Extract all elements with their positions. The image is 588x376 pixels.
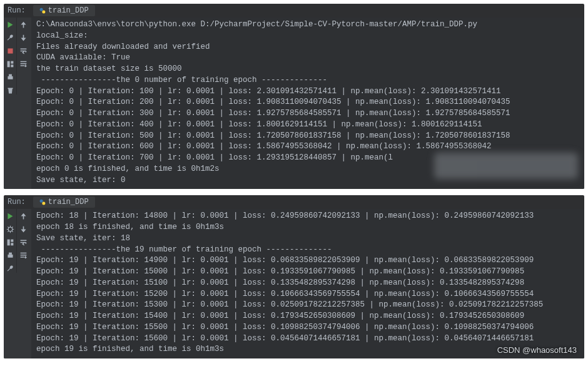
svg-marker-11 xyxy=(8,213,13,219)
scroll-end-icon[interactable] xyxy=(19,251,28,260)
run-tab[interactable]: train_DDP xyxy=(33,196,95,208)
run-label: Run: xyxy=(4,198,29,206)
soft-wrap-icon[interactable] xyxy=(19,46,28,55)
console-output[interactable]: Epoch: 18 | Iteration: 14800 | lr: 0.000… xyxy=(31,209,584,358)
run-panel-2: Run: train_DDP xyxy=(4,195,584,358)
up-arrow-icon[interactable] xyxy=(19,211,28,220)
svg-point-0 xyxy=(39,8,43,11)
svg-rect-3 xyxy=(8,48,13,53)
down-arrow-icon[interactable] xyxy=(19,225,28,233)
python-icon xyxy=(39,199,46,205)
printer-icon[interactable] xyxy=(6,251,14,260)
svg-point-12 xyxy=(8,227,13,231)
up-arrow-icon[interactable] xyxy=(19,20,28,29)
svg-rect-17 xyxy=(9,252,12,254)
svg-rect-4 xyxy=(7,61,9,67)
svg-point-1 xyxy=(42,10,45,13)
trash-icon[interactable] xyxy=(6,86,14,94)
debug-icon[interactable] xyxy=(6,225,14,233)
svg-rect-6 xyxy=(11,64,13,67)
soft-wrap-icon[interactable] xyxy=(19,238,28,246)
run-gutter xyxy=(4,18,31,189)
svg-marker-2 xyxy=(8,21,13,28)
blurred-region xyxy=(434,153,578,179)
svg-rect-14 xyxy=(11,239,13,241)
wrench-icon[interactable] xyxy=(6,264,14,273)
svg-rect-8 xyxy=(9,74,12,76)
watermark: CSDN @whaosoft143 xyxy=(497,345,577,355)
stop-icon[interactable] xyxy=(6,46,14,55)
run-label: Run: xyxy=(4,6,29,15)
wrench-icon[interactable] xyxy=(6,33,14,42)
svg-rect-13 xyxy=(7,239,9,245)
down-arrow-icon[interactable] xyxy=(19,33,28,42)
scroll-end-icon[interactable] xyxy=(19,59,28,68)
run-tab-label: train_DDP xyxy=(48,198,89,206)
svg-rect-15 xyxy=(11,243,13,245)
rerun-icon[interactable] xyxy=(6,211,14,220)
svg-rect-5 xyxy=(11,61,13,63)
svg-rect-7 xyxy=(8,76,13,79)
svg-point-10 xyxy=(42,202,45,205)
printer-icon[interactable] xyxy=(6,73,14,81)
run-gutter xyxy=(4,209,31,358)
run-header: Run: train_DDP xyxy=(4,4,584,18)
svg-rect-16 xyxy=(8,255,13,258)
run-tab-label: train_DDP xyxy=(48,6,89,15)
rerun-icon[interactable] xyxy=(6,20,14,29)
layout-icon[interactable] xyxy=(6,238,14,246)
layout-icon[interactable] xyxy=(6,59,14,68)
svg-point-9 xyxy=(39,200,43,203)
run-header: Run: train_DDP xyxy=(4,195,584,209)
python-icon xyxy=(39,8,46,14)
run-tab[interactable]: train_DDP xyxy=(33,5,95,16)
run-panel-1: Run: train_DDP xyxy=(4,4,584,189)
